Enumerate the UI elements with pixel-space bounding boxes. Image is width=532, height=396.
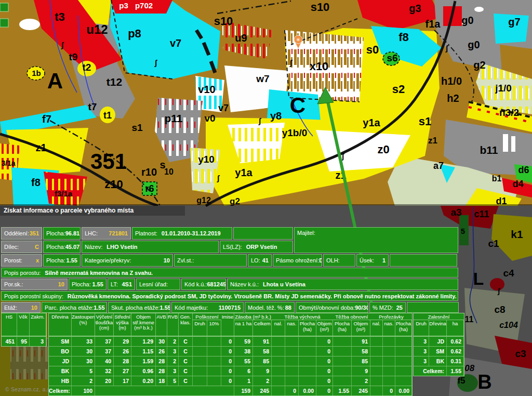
- table-cell: 0.00: [395, 386, 412, 395]
- table-column-header: 10%: [207, 320, 221, 336]
- info-row: Oddělení:351Plocha:96.81LHC:721801Platno…: [1, 227, 293, 240]
- info-cell-value: Lhota u Vsetína: [263, 281, 305, 287]
- table-cell: 1.15: [131, 347, 156, 356]
- table-cell: [193, 347, 207, 356]
- table-column-header: nas.: [383, 320, 395, 336]
- info-cell-label: LT:: [111, 281, 118, 287]
- table-cell: 245: [253, 386, 272, 395]
- table-cell: 20: [95, 376, 114, 386]
- zalesneni-block: ZalesněníDruhDřevinaha3JD0.623SM0.623BK0…: [413, 313, 464, 376]
- table-row: Celkem:1.55: [414, 366, 464, 376]
- info-row: Por.sk.:10Plocha:1.55LT:4S1Lesní úřad:Kó…: [1, 279, 458, 290]
- table-cell: [299, 347, 316, 356]
- info-cell: Kategorie/překryv:10: [82, 254, 173, 267]
- table-column-header: Střednívýška(m): [114, 313, 131, 336]
- info-cell-value: 25: [396, 305, 403, 311]
- app-window: ✳ t3u12p8v7p3p702s10u9t9t21bAt12t7t1f7s1…: [0, 0, 532, 396]
- table-row: 451953: [2, 336, 46, 346]
- table-cell: 1.59: [131, 357, 156, 366]
- table-column-header: nal.: [272, 320, 285, 336]
- info-cell: LT:4S1: [108, 279, 135, 290]
- table-cell: 26: [114, 347, 131, 356]
- table-row: 3BK0.31: [414, 356, 464, 366]
- table-cell: [333, 347, 352, 356]
- info-cell-value: 10: [31, 305, 37, 311]
- table-column-header: ha: [447, 320, 464, 336]
- info-cell: Dílec:C: [1, 241, 42, 253]
- table-cell: 0: [383, 386, 395, 395]
- table-cell: 2: [253, 376, 272, 386]
- table-cell: [395, 357, 412, 366]
- info-cell-label: Kategorie/překryv:: [85, 257, 131, 263]
- table-header-group: Zakm.: [30, 313, 46, 336]
- info-cell-label: Skut. plocha etáže:: [111, 305, 160, 311]
- table-cell: 2: [352, 376, 370, 386]
- info-cell: Model. těž. %:88: [245, 302, 295, 313]
- table-cell: [193, 337, 207, 346]
- table-cell: [299, 357, 316, 366]
- info-cell: Plocha:96.81: [43, 227, 81, 240]
- table-cell: [193, 366, 207, 376]
- info-cell-label: Popis porostní skupiny:: [4, 293, 63, 299]
- table-cell: 6: [234, 366, 253, 376]
- table-header: HSVěkZakm.: [2, 313, 46, 336]
- table-cell: JD: [49, 357, 72, 366]
- table-cell: 2: [72, 376, 95, 386]
- table-cell: 37: [95, 347, 114, 356]
- info-cell-label: Plocha:: [46, 244, 65, 250]
- table-row: BO3037261.15263C03858058: [49, 346, 412, 356]
- table-cell: [272, 337, 285, 346]
- info-cell: Popis porostu:Silně mezernatá kmenovina …: [1, 268, 458, 278]
- table-cell: 0: [316, 347, 333, 356]
- info-cell-label: % MZD:: [373, 305, 393, 311]
- table-column-header: HS: [2, 313, 17, 336]
- table-cell: 95: [17, 337, 30, 346]
- info-cell-label: Plocha:: [46, 257, 65, 263]
- table-cell: SM: [49, 337, 72, 346]
- info-cell: Kód majetku:1100715: [171, 302, 244, 313]
- table-cell: [207, 366, 221, 376]
- info-cell-label: Parc. plocha etáže:: [45, 305, 94, 311]
- info-cell: [390, 254, 457, 267]
- table-cell: C: [179, 366, 193, 376]
- table-cell: 30: [72, 357, 95, 366]
- info-cell-value: Silně mezernatá kmenovina na Z svahu.: [45, 270, 153, 276]
- table-cell: Celkem:: [49, 386, 72, 395]
- table-cell: 9: [253, 366, 272, 376]
- table-cell: 3: [414, 347, 429, 356]
- info-cell-value: 45.07: [65, 244, 80, 250]
- info-cell-value: 1.55: [92, 281, 103, 287]
- info-cell-value: 90/30: [355, 305, 368, 311]
- table-column-header: Celkem: [253, 320, 272, 336]
- table-column-header: Objemstř.kmene(m³ b.k.): [131, 313, 156, 336]
- table-cell: 2: [167, 357, 179, 366]
- info-cell-label: Dílec:: [4, 244, 19, 250]
- info-cell-value: 10: [164, 257, 170, 263]
- table-cell: 5: [167, 376, 179, 386]
- table-group-label: Poškození: [193, 313, 221, 320]
- table-cell: [272, 347, 285, 356]
- table-cell: 55: [234, 357, 253, 366]
- info-cell-label: Por.sk.:: [4, 281, 23, 287]
- table-column-header: Plocha(ha): [333, 320, 352, 336]
- table-cell: 0.31: [447, 357, 464, 366]
- table-cell: 1.55: [333, 386, 352, 395]
- table-header-group: Střednívýška(m): [114, 313, 131, 336]
- table-cell: [285, 357, 299, 366]
- info-cell-value: D: [319, 257, 322, 263]
- info-cell-value: ORP Vsetín: [246, 244, 277, 250]
- table-column-header: AVB: [156, 313, 167, 336]
- table-cell: [299, 366, 316, 376]
- table-cell: 3: [167, 347, 179, 356]
- table-cell: [299, 337, 316, 346]
- table-cell: 59: [234, 337, 253, 346]
- table-cell: 58: [253, 347, 272, 356]
- table-cell: 32: [95, 366, 114, 376]
- info-cell-value: 351: [30, 230, 39, 236]
- info-cell: Popis porostní skupiny:Různověká kmenovi…: [1, 291, 458, 301]
- info-cell-value: 88: [285, 305, 291, 311]
- table-column-header: Druh: [414, 320, 429, 336]
- table-column-header: RVB: [167, 313, 179, 336]
- table-header-group: Těžba obnovníPlocha(ha)Objem(m³): [333, 313, 370, 336]
- table-cell: 27: [114, 366, 131, 376]
